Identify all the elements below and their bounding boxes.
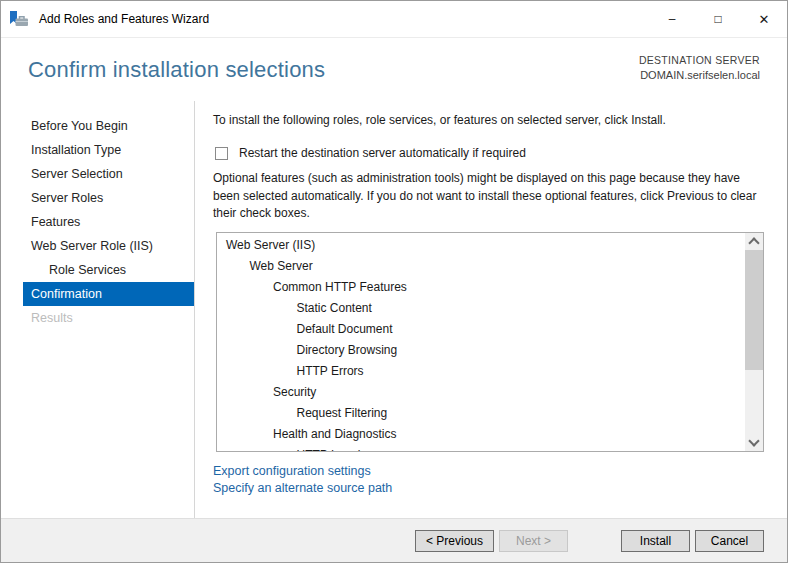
export-configuration-link[interactable]: Export configuration settings (213, 464, 371, 478)
sidebar-item-role-services[interactable]: Role Services (23, 258, 194, 282)
sidebar-divider (194, 101, 195, 519)
maximize-icon[interactable]: □ (695, 1, 741, 37)
wizard-window: Add Roles and Features Wizard – □ ✕ Conf… (0, 0, 788, 563)
selections-tree: Web Server (IIS)Web ServerCommon HTTP Fe… (217, 233, 763, 452)
restart-checkbox-row[interactable]: Restart the destination server automatic… (215, 146, 526, 160)
sidebar-item-installation-type[interactable]: Installation Type (23, 138, 194, 162)
close-icon[interactable]: ✕ (741, 1, 787, 37)
wizard-app-icon (10, 11, 30, 28)
scrollbar-thumb[interactable] (745, 250, 763, 370)
tree-item-web-server-iis: Web Server (IIS) (217, 235, 763, 256)
destination-server-label: DESTINATION SERVER (639, 54, 760, 66)
scroll-down-icon[interactable] (745, 434, 763, 451)
cancel-button[interactable]: Cancel (695, 530, 764, 552)
page-title: Confirm installation selections (28, 57, 325, 83)
wizard-footer: < PreviousNext >InstallCancel (1, 518, 787, 562)
tree-item-common-http-features: Common HTTP Features (217, 277, 763, 298)
window-title: Add Roles and Features Wizard (39, 12, 209, 26)
install-button[interactable]: Install (621, 530, 690, 552)
tree-item-static-content: Static Content (217, 298, 763, 319)
sidebar-item-web-server-role-iis[interactable]: Web Server Role (IIS) (23, 234, 194, 258)
optional-features-note: Optional features (such as administratio… (213, 170, 756, 223)
sidebar-item-features[interactable]: Features (23, 210, 194, 234)
sidebar-item-before-you-begin[interactable]: Before You Begin (23, 114, 194, 138)
tree-item-directory-browsing: Directory Browsing (217, 340, 763, 361)
sidebar-item-server-roles[interactable]: Server Roles (23, 186, 194, 210)
window-controls: – □ ✕ (649, 1, 787, 37)
restart-checkbox[interactable] (215, 147, 228, 160)
destination-server-name: DOMAIN.serifselen.local (639, 69, 760, 81)
listbox-scrollbar[interactable] (745, 233, 763, 451)
tree-item-security: Security (217, 382, 763, 403)
minimize-icon[interactable]: – (649, 1, 695, 37)
restart-checkbox-label[interactable]: Restart the destination server automatic… (239, 146, 526, 160)
intro-text: To install the following roles, role ser… (213, 113, 666, 127)
selections-listbox[interactable]: Web Server (IIS)Web ServerCommon HTTP Fe… (216, 232, 764, 452)
sidebar-item-results: Results (23, 306, 194, 330)
title-bar: Add Roles and Features Wizard – □ ✕ (1, 1, 787, 38)
tree-item-default-document: Default Document (217, 319, 763, 340)
tree-item-request-filtering: Request Filtering (217, 403, 763, 424)
alternate-source-path-link[interactable]: Specify an alternate source path (213, 481, 392, 495)
destination-server-block: DESTINATION SERVER DOMAIN.serifselen.loc… (639, 54, 760, 81)
tree-item-web-server: Web Server (217, 256, 763, 277)
tree-item-http-errors: HTTP Errors (217, 361, 763, 382)
sidebar-item-server-selection[interactable]: Server Selection (23, 162, 194, 186)
next-button: Next > (499, 530, 568, 552)
sidebar-item-confirmation[interactable]: Confirmation (23, 282, 194, 306)
tree-item-http-logging: HTTP Logging (217, 445, 763, 452)
wizard-steps-sidebar: Before You BeginInstallation TypeServer … (23, 114, 194, 330)
scroll-up-icon[interactable] (745, 233, 763, 250)
previous-button[interactable]: < Previous (415, 530, 494, 552)
tree-item-health-and-diagnostics: Health and Diagnostics (217, 424, 763, 445)
